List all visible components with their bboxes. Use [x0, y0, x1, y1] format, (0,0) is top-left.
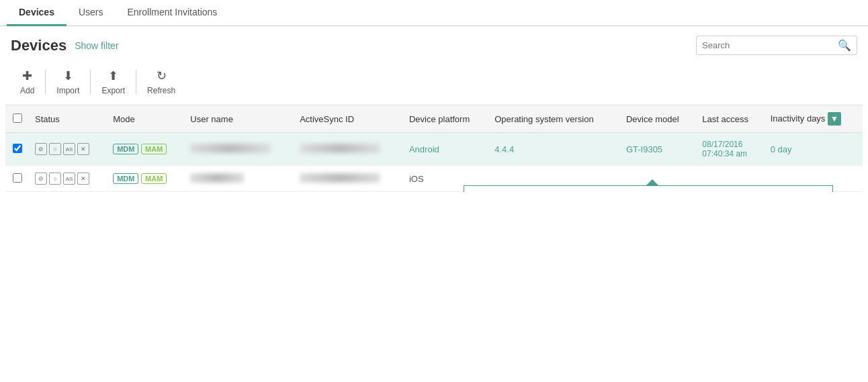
row1-mode: MDM MAM	[107, 133, 185, 166]
col-lastaccess: Last access	[697, 105, 765, 133]
row2-activesync	[294, 166, 404, 192]
import-icon: ⬇	[63, 68, 73, 83]
col-model: Device model	[621, 105, 697, 133]
col-mode: Mode	[107, 105, 185, 133]
status-icon-4: ✕	[77, 173, 89, 185]
add-button[interactable]: ✚ Add	[11, 66, 44, 98]
table-row: ⊘ ○ AS ✕ MDM MAM Android 4.4.4 GT-I9305 …	[5, 133, 863, 166]
close-icon[interactable]: ×	[820, 190, 826, 192]
export-label: Export	[101, 86, 125, 95]
row1-lastaccess: 08/17/201607:40:34 am	[697, 133, 765, 166]
col-status: Status	[30, 105, 107, 133]
search-icon[interactable]: 🔍	[838, 39, 851, 52]
toolbar: ✚ Add ⬇ Import ⬆ Export ↻ Refresh	[0, 62, 868, 105]
search-box: 🔍	[696, 36, 857, 55]
refresh-label: Refresh	[147, 86, 175, 95]
status-icon-2: ○	[49, 143, 61, 155]
col-scroll-btn[interactable]: ▼	[828, 112, 841, 126]
badge-mdm: MDM	[113, 144, 138, 154]
row1-activesync-value	[300, 144, 380, 153]
row1-username	[185, 133, 294, 166]
popup-panel: × ✎ Edit ⇄ Deploy ⊙ Secure ◎ Notify	[464, 185, 833, 192]
col-os: Operating system version	[489, 105, 621, 133]
status-icons: ⊘ ○ AS ✕	[35, 143, 102, 155]
export-icon: ⬆	[108, 68, 118, 83]
status-icon-3: AS	[63, 143, 75, 155]
devices-table: Status Mode User name ActiveSync ID Devi…	[5, 105, 863, 192]
page-title: Devices	[11, 37, 67, 54]
row1-inactivity: 0 day	[765, 133, 863, 166]
status-icon-1: ⊘	[35, 143, 47, 155]
import-label: Import	[56, 86, 79, 95]
row2-username	[185, 166, 294, 192]
row1-activesync	[294, 133, 404, 166]
top-nav: Devices Users Enrollment Invitations	[0, 0, 868, 26]
status-icon-3: AS	[63, 173, 75, 185]
table-wrap: Status Mode User name ActiveSync ID Devi…	[0, 105, 868, 192]
row2-mode: MDM MAM	[107, 166, 185, 192]
popup-pointer	[646, 179, 659, 186]
tab-users[interactable]: Users	[67, 0, 116, 26]
search-input[interactable]	[702, 40, 838, 50]
row2-status: ⊘ ○ AS ✕	[30, 166, 107, 192]
tab-enrollment-invitations[interactable]: Enrollment Invitations	[116, 0, 230, 26]
refresh-button[interactable]: ↻ Refresh	[138, 66, 185, 98]
row1-checkbox-cell	[5, 133, 30, 166]
status-icon-2: ○	[49, 173, 61, 185]
row1-status: ⊘ ○ AS ✕	[30, 133, 107, 166]
col-username: User name	[185, 105, 294, 133]
col-inactivity: Inactivity days ▼	[765, 105, 863, 133]
sep-3	[136, 70, 136, 94]
header-left: Devices Show filter	[11, 37, 119, 54]
add-label: Add	[20, 86, 34, 95]
col-activesync: ActiveSync ID	[294, 105, 404, 133]
row1-username-value	[190, 144, 271, 153]
table-header-row: Status Mode User name ActiveSync ID Devi…	[5, 105, 863, 133]
row1-os: 4.4.4	[489, 133, 621, 166]
status-icons-2: ⊘ ○ AS ✕	[35, 173, 102, 185]
page-header: Devices Show filter 🔍	[0, 26, 868, 62]
status-icon-4: ✕	[77, 143, 89, 155]
export-button[interactable]: ⬆ Export	[92, 66, 134, 98]
refresh-icon: ↻	[157, 68, 167, 83]
row1-platform: Android	[404, 133, 489, 166]
show-filter-link[interactable]: Show filter	[75, 40, 118, 51]
row2-checkbox[interactable]	[13, 173, 22, 183]
tab-devices[interactable]: Devices	[7, 0, 67, 26]
status-icon-1: ⊘	[35, 173, 47, 185]
badge-mam: MAM	[141, 144, 167, 154]
badge-mam: MAM	[141, 173, 167, 184]
header-checkbox-cell	[5, 105, 30, 133]
badge-mdm: MDM	[113, 173, 138, 184]
row2-checkbox-cell	[5, 166, 30, 192]
add-icon: ✚	[22, 68, 32, 83]
row1-model: GT-I9305	[621, 133, 697, 166]
popup-toolbar: ✎ Edit ⇄ Deploy ⊙ Secure ◎ Notify 🗑 Dele…	[464, 186, 832, 192]
import-button[interactable]: ⬇ Import	[47, 66, 89, 98]
sep-1	[45, 70, 46, 94]
sep-2	[90, 70, 91, 94]
row2-username-value	[190, 173, 244, 183]
row1-checkbox[interactable]	[13, 144, 22, 153]
col-platform: Device platform	[404, 105, 489, 133]
select-all-checkbox[interactable]	[13, 113, 22, 123]
row2-activesync-value	[300, 173, 380, 183]
